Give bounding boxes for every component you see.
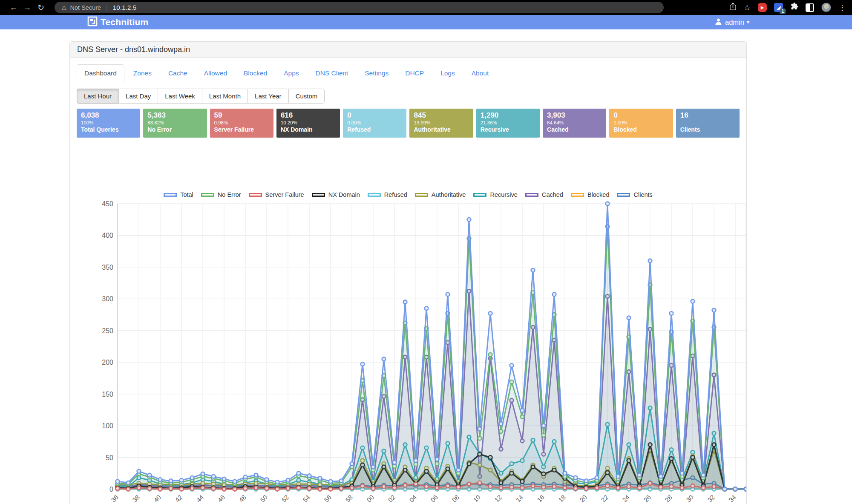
- legend-swatch: [415, 193, 428, 197]
- range-last-year[interactable]: Last Year: [248, 89, 289, 104]
- profile-avatar[interactable]: [821, 3, 831, 12]
- legend-swatch: [571, 193, 584, 197]
- stat-label: No Error: [147, 126, 202, 133]
- range-last-hour[interactable]: Last Hour: [77, 89, 119, 104]
- address-bar[interactable]: ⚠ Not Secure | 10.1.2.5: [55, 2, 664, 13]
- technitium-logo-icon: [87, 16, 98, 28]
- stat-percent: 0.98%: [214, 120, 269, 126]
- tab-zones[interactable]: Zones: [126, 64, 159, 82]
- svg-text:28: 28: [663, 493, 674, 504]
- stat-label: NX Domain: [281, 126, 336, 133]
- tab-settings[interactable]: Settings: [357, 64, 396, 82]
- browser-toolbar: ← → ↻ ⚠ Not Secure | 10.1.2.5 ☆ ▶ ◢ 1 ⋮: [0, 0, 852, 15]
- tab-bar: DashboardZonesCacheAllowedBlockedAppsDNS…: [77, 64, 740, 82]
- stat-card-total-queries: 6,038100%Total Queries: [77, 109, 140, 138]
- svg-text:52: 52: [280, 493, 290, 504]
- legend-item-recursive[interactable]: Recursive: [473, 191, 517, 198]
- stat-value: 16: [680, 111, 735, 120]
- svg-text:14: 14: [514, 493, 524, 504]
- stat-value: 59: [214, 111, 269, 120]
- tab-dns-client[interactable]: DNS Client: [308, 64, 356, 82]
- svg-text:48: 48: [237, 493, 248, 504]
- legend-item-refused[interactable]: Refused: [368, 191, 407, 198]
- stat-value: 3,903: [547, 111, 602, 120]
- legend-swatch: [617, 193, 630, 197]
- svg-text:46: 46: [216, 493, 226, 504]
- legend-item-total[interactable]: Total: [164, 191, 193, 198]
- legend-label: Authoritative: [432, 191, 466, 198]
- extension-badge: 1: [780, 9, 786, 14]
- stat-percent: 64.64%: [547, 120, 602, 126]
- legend-swatch: [525, 193, 538, 197]
- extension-sidebar-icon[interactable]: [806, 3, 814, 12]
- share-icon[interactable]: [729, 3, 737, 13]
- extensions-puzzle-icon[interactable]: [790, 3, 798, 13]
- tab-blocked[interactable]: Blocked: [236, 64, 275, 82]
- svg-text:56: 56: [322, 493, 333, 504]
- legend-label: Blocked: [587, 191, 610, 198]
- legend-label: Recursive: [490, 191, 517, 198]
- svg-text:100: 100: [102, 422, 113, 429]
- svg-text:44: 44: [195, 493, 205, 504]
- svg-text:150: 150: [102, 391, 113, 398]
- stat-label: Total Queries: [81, 126, 136, 133]
- range-last-day[interactable]: Last Day: [118, 89, 158, 104]
- legend-label: NX Domain: [328, 191, 360, 198]
- tab-allowed[interactable]: Allowed: [196, 64, 235, 82]
- legend-item-nx-domain[interactable]: NX Domain: [312, 191, 360, 198]
- stat-label: Refused: [347, 126, 402, 133]
- svg-text:16: 16: [535, 493, 546, 504]
- legend-item-authoritative[interactable]: Authoritative: [415, 191, 466, 198]
- brand[interactable]: Technitium: [87, 16, 148, 28]
- tab-logs[interactable]: Logs: [433, 64, 463, 82]
- legend-swatch: [201, 193, 214, 197]
- legend-label: Total: [180, 191, 193, 198]
- stat-label: Authoritative: [414, 126, 469, 133]
- reload-icon[interactable]: ↻: [34, 3, 48, 12]
- legend-swatch: [312, 193, 325, 197]
- svg-text:50: 50: [106, 454, 113, 461]
- tab-dhcp[interactable]: DHCP: [397, 64, 432, 82]
- legend-label: Server Failure: [265, 191, 304, 198]
- chart-area: 0501001502002503003504004503638404244464…: [77, 200, 746, 504]
- legend-label: Cached: [542, 191, 563, 198]
- user-menu[interactable]: admin ▾: [715, 15, 749, 29]
- stat-card-cached: 3,90364.64%Cached: [543, 109, 606, 138]
- legend-item-no-error[interactable]: No Error: [201, 191, 241, 198]
- svg-text:20: 20: [578, 493, 588, 504]
- stat-card-nx-domain: 61610.20%NX Domain: [276, 109, 340, 138]
- extension-shield-icon[interactable]: ◢ 1: [774, 3, 783, 12]
- svg-text:12: 12: [493, 493, 503, 504]
- warning-icon: ⚠: [61, 4, 67, 11]
- extension-red-icon[interactable]: ▶: [758, 3, 767, 12]
- range-last-week[interactable]: Last Week: [158, 89, 202, 104]
- svg-text:08: 08: [450, 493, 461, 504]
- legend-item-clients[interactable]: Clients: [617, 191, 652, 198]
- tab-dashboard[interactable]: Dashboard: [77, 64, 124, 82]
- stat-card-clients: 16 Clients: [676, 109, 740, 138]
- legend-label: No Error: [218, 191, 241, 198]
- range-last-month[interactable]: Last Month: [202, 89, 248, 104]
- svg-text:30: 30: [685, 493, 695, 504]
- stat-percent: 21.36%: [481, 120, 535, 126]
- legend-swatch: [368, 193, 381, 197]
- brand-name: Technitium: [101, 17, 148, 27]
- tab-apps[interactable]: Apps: [276, 64, 306, 82]
- legend-swatch: [249, 193, 262, 197]
- svg-text:22: 22: [599, 493, 610, 504]
- browser-actions: ☆ ▶ ◢ 1 ⋮: [729, 3, 846, 13]
- bookmark-star-icon[interactable]: ☆: [744, 3, 751, 12]
- legend-item-cached[interactable]: Cached: [525, 191, 563, 198]
- range-custom[interactable]: Custom: [288, 89, 325, 104]
- legend-item-blocked[interactable]: Blocked: [571, 191, 610, 198]
- time-range-group: Last HourLast DayLast WeekLast MonthLast…: [77, 89, 325, 104]
- tab-cache[interactable]: Cache: [161, 64, 195, 82]
- tab-about[interactable]: About: [464, 64, 497, 82]
- svg-text:400: 400: [102, 232, 113, 239]
- legend-item-server-failure[interactable]: Server Failure: [249, 191, 304, 198]
- legend-swatch: [473, 193, 486, 197]
- svg-text:10: 10: [472, 493, 482, 504]
- back-icon[interactable]: ←: [7, 3, 20, 12]
- forward-icon[interactable]: →: [20, 3, 34, 12]
- browser-menu-icon[interactable]: ⋮: [838, 3, 846, 12]
